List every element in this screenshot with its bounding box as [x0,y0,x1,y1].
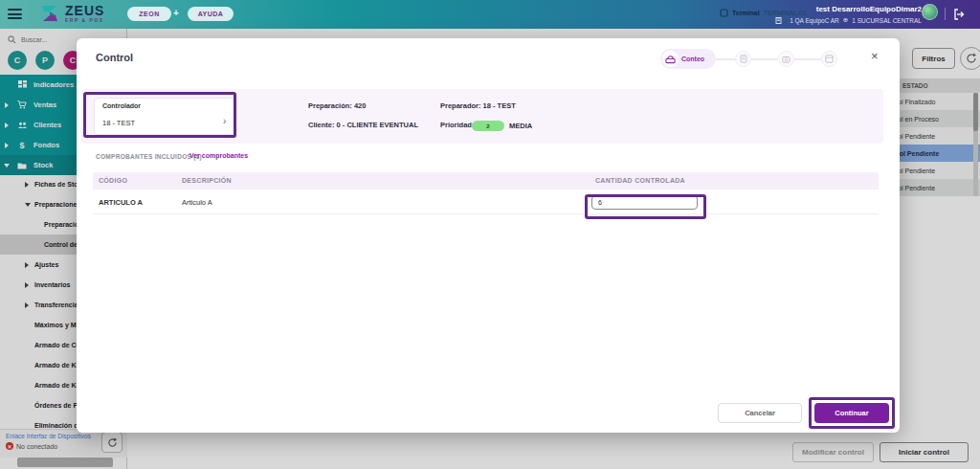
logo-subtitle: ERP & POS [65,17,104,23]
modal-title: Control [96,52,133,63]
app-header: ZEUS ERP & POS ZEON + AYUDA Terminal TER… [0,0,980,29]
chevron-right-icon: › [223,116,226,126]
package-icon [825,55,834,63]
continue-button[interactable]: Continuar [814,403,889,423]
terminal-icon [720,9,728,17]
branch-name: 1 SUCURSAL CENTRAL [852,17,922,24]
close-icon[interactable]: × [871,49,879,63]
company-icon [775,17,782,24]
zeus-logo-icon [38,3,61,24]
logo-title: ZEUS [65,5,104,17]
stepper-connector [751,58,778,60]
ver-comprobantes-link[interactable]: Ver comprobantes [189,152,248,159]
cantidad-controlada-input[interactable] [591,195,698,210]
comprobantes-label: COMPROBANTES INCLUIDOS (1) [96,153,202,160]
document-icon [740,55,747,63]
table-row: ARTICULO A Articulo A [93,190,879,214]
logout-icon[interactable] [952,8,966,21]
preparation-info-bar: Controlador 18 - TEST › Preparación: 420… [81,89,883,144]
hamburger-menu-icon[interactable] [8,9,22,19]
stepper-connector [794,58,821,60]
table-header-row: CÓDIGO DESCRIPCIÓN CANTIDAD CONTROLADA [93,172,879,190]
control-modal: Control Conteo × C [77,38,900,433]
cancel-button[interactable]: Cancelar [718,403,802,423]
cell-codigo: ARTICULO A [99,198,143,207]
tab-ayuda[interactable]: AYUDA [188,7,234,21]
camera-icon [782,56,791,63]
column-header-cantidad: CANTIDAD CONTROLADA [595,177,685,184]
avatar[interactable] [922,4,938,20]
zeus-logo: ZEUS ERP & POS [38,3,104,24]
stepper-step-package[interactable] [821,51,837,67]
priority-badge: 2 [472,121,504,131]
company-name: 1 QA EquipoC AR [790,17,839,24]
tab-zeon[interactable]: ZEON [127,7,171,21]
stepper-active-label: Conteo [681,56,704,62]
terminal-label: Terminal [732,10,760,16]
stepper-step-document[interactable] [735,51,751,67]
controlador-label: Controlador [102,102,141,109]
column-header-descripcion: DESCRIPCIÓN [182,177,232,184]
controlador-value: 18 - TEST [102,119,135,127]
controlador-select[interactable]: Controlador 18 - TEST › [94,98,235,135]
cell-descripcion: Articulo A [182,198,212,207]
cliente-info: Cliente: 0 - CLIENTE EVENTUAL [308,121,418,129]
column-header-codigo: CÓDIGO [99,177,127,184]
preparador-info: Preparador: 18 - TEST [440,101,516,110]
stepper-connector [716,58,735,60]
stepper-step-conteo-active[interactable]: Conteo [660,49,716,69]
scale-icon [665,55,676,64]
prioridad-label: Prioridad: [440,121,474,129]
stepper-step-camera[interactable] [778,51,794,67]
header-divider [945,8,946,20]
add-tab-icon[interactable]: + [173,8,179,18]
user-name[interactable]: test DesarrolloEquipoDimar2 [792,5,922,13]
globe-icon: ⊕ [843,16,848,24]
priority-text: MEDIA [509,122,532,130]
preparacion-info: Preparación: 420 [308,101,366,110]
articles-table: CÓDIGO DESCRIPCIÓN CANTIDAD CONTROLADA A… [93,172,879,214]
